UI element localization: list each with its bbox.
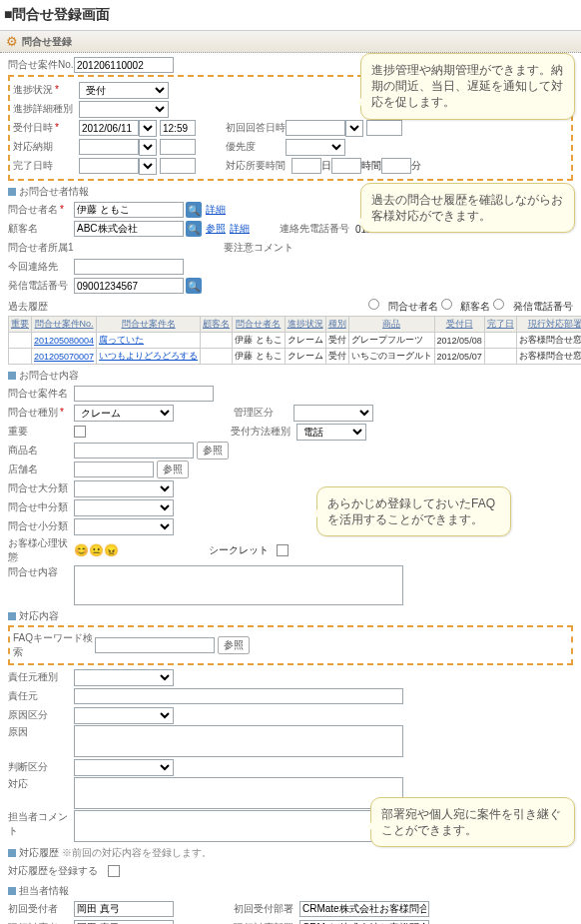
radio-filter-cust[interactable] — [441, 299, 452, 310]
case-name-input[interactable] — [74, 386, 214, 402]
first-reply-date[interactable] — [286, 120, 345, 136]
history-table: 重要問合せ案件No.問合せ案件名顧客名問合せ者名進捗状況種別商品受付日完了日現行… — [8, 316, 581, 365]
history-col[interactable]: 現行対応部署 — [516, 317, 581, 333]
table-row: 201205080004腐っていた伊藤 ともこクレーム受付グレープフルーツ201… — [9, 333, 582, 349]
detail-kind-label: 進捗詳細種別 — [13, 102, 79, 116]
status-label: 進捗状況 — [13, 84, 53, 95]
caller-input[interactable] — [74, 278, 184, 294]
recv-time[interactable] — [160, 120, 196, 136]
page-title: ■問合せ登録画面 — [0, 0, 581, 31]
important-check[interactable] — [74, 426, 86, 438]
callout-progress: 進捗管理や納期管理ができます。納期の間近、当日、遅延を通知して対応を促します。 — [360, 53, 575, 120]
radio-filter-tel[interactable] — [493, 299, 504, 310]
section-inquiry: お問合せ内容 — [8, 369, 573, 383]
gear-icon: ⚙ — [6, 34, 18, 49]
cust-detail-link[interactable]: 詳細 — [206, 203, 226, 217]
mood-neutral-icon[interactable]: 😐 — [89, 543, 104, 557]
mood-happy-icon[interactable]: 😊 — [74, 543, 89, 557]
recv-method[interactable]: 電話 — [296, 424, 366, 441]
company-name[interactable] — [74, 221, 184, 237]
search-icon[interactable]: 🔍 — [186, 278, 202, 294]
cont-check[interactable] — [108, 865, 120, 877]
faq-ref-button[interactable]: 参照 — [218, 636, 250, 654]
mood-angry-icon[interactable]: 😠 — [104, 543, 119, 557]
radio-filter-name[interactable] — [368, 299, 379, 310]
callout-faq: あらかじめ登録しておいたFAQを活用することができます。 — [316, 486, 511, 536]
cause-text[interactable] — [74, 725, 403, 757]
customer-name[interactable] — [74, 202, 184, 218]
action-text[interactable] — [74, 777, 403, 809]
priority-select[interactable] — [286, 139, 345, 156]
case-no-input[interactable] — [74, 57, 174, 73]
kind-select[interactable]: クレーム — [74, 405, 174, 422]
phone-input[interactable] — [74, 259, 184, 275]
status-select[interactable]: 受付 — [79, 82, 169, 99]
history-col[interactable]: 受付日 — [434, 317, 484, 333]
history-label: 過去履歴 — [8, 300, 48, 314]
history-col[interactable]: 顧客名 — [201, 317, 233, 333]
table-row: 201205070007いつもよりどろどろする伊藤 ともこクレーム受付いちごのヨ… — [9, 349, 582, 365]
case-no-label: 問合せ案件No. — [8, 58, 74, 72]
history-col[interactable]: 問合せ案件No. — [32, 317, 97, 333]
history-col[interactable]: 商品 — [348, 317, 434, 333]
recv-date-pick[interactable] — [139, 120, 157, 137]
search-icon[interactable]: 🔍 — [186, 221, 202, 237]
callout-history: 過去の問合せ履歴を確認しながらお客様対応ができます。 — [360, 183, 575, 233]
section-cont: 対応履歴 ※前回の対応内容を登録します。 — [8, 846, 573, 860]
history-col[interactable]: 問合せ者名 — [233, 317, 286, 333]
recv-date[interactable] — [79, 120, 139, 136]
section-response: 対応内容 — [8, 609, 573, 623]
secret-check[interactable] — [277, 544, 289, 556]
detail-kind-select[interactable] — [79, 101, 169, 118]
history-col[interactable]: 進捗状況 — [285, 317, 325, 333]
callout-handover: 部署宛や個人宛に案件を引き継ぐことができます。 — [370, 797, 575, 847]
store-input[interactable] — [74, 462, 154, 477]
history-col[interactable]: 種別 — [325, 317, 348, 333]
section-assignee: 担当者情報 — [8, 884, 573, 898]
faq-block: FAQキーワード検索 参照 — [8, 625, 573, 665]
faq-search-input[interactable] — [95, 637, 215, 653]
search-icon[interactable]: 🔍 — [186, 202, 202, 218]
history-col[interactable]: 完了日 — [484, 317, 516, 333]
comment-text[interactable] — [74, 810, 403, 842]
end-date[interactable] — [79, 158, 139, 174]
inquiry-content[interactable] — [74, 565, 403, 605]
app-header: ⚙ 問合せ登録 — [0, 31, 581, 53]
history-col[interactable]: 重要 — [9, 317, 32, 333]
product-input[interactable] — [74, 443, 194, 459]
history-col[interactable]: 問合せ案件名 — [97, 317, 201, 333]
due-date[interactable] — [79, 139, 139, 155]
ref-button[interactable]: 参照 — [197, 442, 229, 460]
app-header-title: 問合せ登録 — [22, 35, 72, 49]
